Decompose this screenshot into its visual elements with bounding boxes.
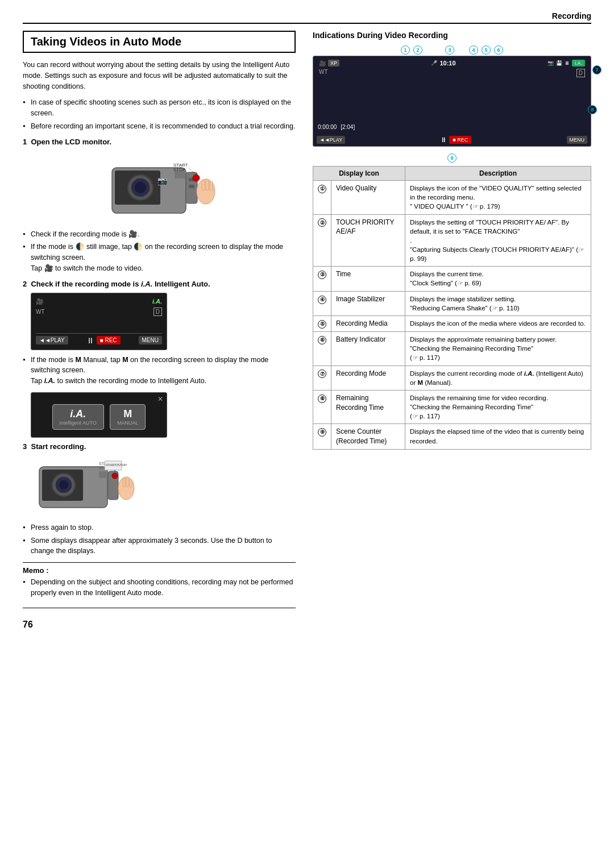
table-row: ③ Time Displays the current time."Clock …: [313, 267, 591, 291]
num-row-top: 1 2 3 4 5 6: [313, 45, 591, 55]
svg-rect-10: [202, 180, 205, 190]
intro-text: You can record without worrying about th…: [23, 60, 296, 92]
display-icon: TOUCH PRIORITY AE/AF: [331, 214, 405, 267]
display-icon: Recording Mode: [331, 366, 405, 390]
row-num: ⑦: [313, 366, 331, 390]
description: Displays the icon of the "VIDEO QUALITY"…: [405, 181, 591, 215]
table-row: ① Video Quality Displays the icon of the…: [313, 181, 591, 215]
svg-point-22: [59, 480, 68, 489]
close-icon: ✕: [157, 395, 163, 403]
step3-bullet2: Some displays disappear after approximat…: [23, 535, 296, 557]
step2-bullet1: If the mode is M Manual, tap M on the re…: [23, 355, 296, 387]
col-desc-header: Description: [405, 167, 591, 181]
description: Displays the approximate remaining batte…: [405, 332, 591, 366]
indicator-4: 4: [469, 45, 478, 55]
svg-point-4: [135, 182, 146, 193]
row-num: ⑧: [313, 390, 331, 424]
step1-text: Open the LCD monitor.: [31, 138, 111, 146]
screen-mockup-2: 🎥 i.A. WT D ◄◄PLAY ⏸ ■ REC MENU: [31, 293, 167, 350]
description: Displays the elapsed time of the video t…: [405, 424, 591, 450]
svg-rect-12: [210, 181, 213, 190]
svg-rect-30: [126, 477, 128, 487]
indicator-1: 1: [401, 45, 410, 55]
svg-rect-29: [123, 478, 125, 487]
memo-bullets: Depending on the subject and shooting co…: [23, 577, 296, 599]
info-table: Display Icon Description ① Video Quality…: [313, 166, 591, 450]
diagram-container: 1 2 3 4 5 6 🎥 XP: [313, 45, 591, 163]
row-num: ⑨: [313, 424, 331, 450]
recorded-time: [2:04]: [341, 124, 355, 130]
wt-label-screen: WT: [319, 69, 328, 77]
svg-text:📷: 📷: [157, 176, 168, 186]
description: Displays the remaining time for video re…: [405, 390, 591, 424]
indicator-6: 6: [494, 45, 503, 55]
row-num: ④: [313, 291, 331, 315]
play-button[interactable]: ◄◄PLAY: [317, 136, 345, 144]
description: Displays the current recording mode of i…: [405, 366, 591, 390]
indicator-7-arrow: 7: [592, 65, 602, 74]
mode-selector-screen: ✕ i.A. Intelligent AUTO M MANUAL: [31, 392, 167, 438]
indicator-8-marker: 8: [588, 105, 597, 114]
rec-button[interactable]: ■ REC: [449, 136, 471, 144]
svg-rect-11: [206, 179, 209, 190]
camera-svg-1: 📷 START STOP: [101, 151, 226, 225]
step3-num: 3 Start recording.: [23, 442, 296, 451]
page-header: Recording: [23, 11, 591, 24]
step2-num: 2 Check if the recording mode is i.A. In…: [23, 280, 296, 288]
step1-bullet1: Check if the recording mode is 🎥.: [23, 229, 296, 240]
description: Displays the setting of "TOUCH PRIORITY …: [405, 214, 591, 267]
display-icon: RemainingRecording Time: [331, 390, 405, 424]
svg-point-14: [193, 175, 200, 181]
memo-bullet: Depending on the subject and shooting co…: [23, 577, 296, 599]
svg-rect-23: [99, 471, 108, 478]
table-row: ⑨ Scene Counter(Recorded Time) Displays …: [313, 424, 591, 450]
step3-bullets: Press again to stop. Some displays disap…: [23, 522, 296, 556]
bullet-list: In case of specific shooting scenes such…: [23, 97, 296, 131]
row-num: ①: [313, 181, 331, 215]
display-icon: Recording Media: [331, 316, 405, 332]
bullet-item: Before recording an important scene, it …: [23, 121, 296, 132]
display-icon: Time: [331, 267, 405, 291]
video-screen: 🎥 XP 🎤 10:10 📷 💾 🖥 i.A.: [313, 56, 591, 147]
indicator-3: 3: [445, 45, 454, 55]
camera-svg-3: START STOP START/STOP: [31, 455, 144, 518]
bullet-item: In case of specific shooting scenes such…: [23, 97, 296, 119]
svg-text:STOP: STOP: [173, 167, 186, 172]
indicator-7: 7: [592, 65, 601, 74]
d-badge-screen: D: [576, 69, 585, 77]
step2-bullets: If the mode is M Manual, tap M on the re…: [23, 355, 296, 387]
ia-mode-button[interactable]: i.A. Intelligent AUTO: [52, 404, 104, 430]
step1-bullet2: If the mode is 🌓 still image, tap 🌓 on t…: [23, 242, 296, 273]
ia-badge: i.A.: [572, 60, 585, 67]
table-row: ⑦ Recording Mode Displays the current re…: [313, 366, 591, 390]
remaining-time: 0:00:00 [2:04]: [318, 124, 355, 130]
step3-bullet1: Press again to stop.: [23, 522, 296, 533]
display-icon: Battery Indicator: [331, 332, 405, 366]
display-icon: Image Stabilizer: [331, 291, 405, 315]
table-row: ⑥ Battery Indicator Displays the approxi…: [313, 332, 591, 366]
indicator-2: 2: [413, 45, 422, 55]
step1-bullets: Check if the recording mode is 🎥. If the…: [23, 229, 296, 274]
xp-label: XP: [328, 60, 339, 67]
memo-title: Memo :: [23, 566, 296, 575]
description: Displays the image stabilizer setting."R…: [405, 291, 591, 315]
right-column: Indications During Video Recording 1 2 3…: [313, 31, 591, 845]
page-number: 76: [23, 620, 296, 630]
col-icon-header: Display Icon: [313, 167, 405, 181]
m-mode-button[interactable]: M MANUAL: [110, 404, 146, 430]
svg-rect-8: [189, 185, 194, 188]
step1-num: 1 Open the LCD monitor.: [23, 138, 296, 146]
row-num: ⑥: [313, 332, 331, 366]
description: Displays the icon of the media where vid…: [405, 316, 591, 332]
table-row: ④ Image Stabilizer Displays the image st…: [313, 291, 591, 315]
left-column: Taking Videos in Auto Mode You can recor…: [23, 31, 296, 845]
svg-text:START/STOP: START/STOP: [106, 463, 127, 467]
menu-button[interactable]: MENU: [567, 136, 588, 144]
indicator-5: 5: [482, 45, 491, 55]
section-title: Taking Videos in Auto Mode: [23, 31, 296, 53]
memo-box: Memo : Depending on the subject and shoo…: [23, 562, 296, 608]
timing-row: 0:00:00 [2:04] 8: [318, 124, 586, 130]
display-icon: Scene Counter(Recorded Time): [331, 424, 405, 450]
right-section-title: Indications During Video Recording: [313, 31, 591, 40]
screen-bottom-bar: ◄◄PLAY ⏸ ■ REC MENU: [317, 136, 587, 144]
